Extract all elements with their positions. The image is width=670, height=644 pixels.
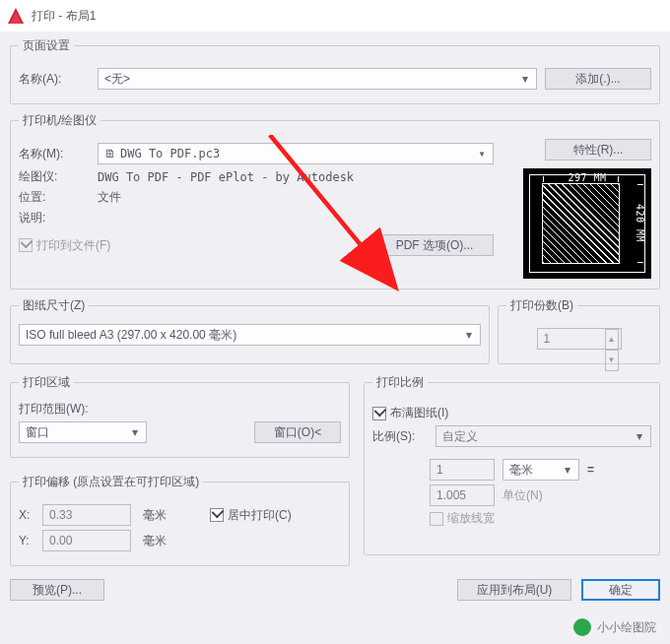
printer-legend: 打印机/绘图仪 <box>19 112 100 129</box>
plot-range-value: 窗口 <box>26 422 49 442</box>
offset-x-input: 0.33 <box>42 504 131 526</box>
offset-group: 打印偏移 (原点设置在可打印区域) X: 0.33 毫米 居中打印(C) <box>10 474 350 566</box>
location-value: 文件 <box>98 189 121 206</box>
plot-range-label: 打印范围(W): <box>19 401 341 418</box>
offset-y-input: 0.00 <box>42 530 131 551</box>
paper-size-value: ISO full bleed A3 (297.00 x 420.00 毫米) <box>26 325 236 345</box>
checkbox-icon <box>372 407 386 420</box>
page-setup-legend: 页面设置 <box>19 37 74 54</box>
printer-name-label: 名称(M): <box>19 146 90 162</box>
scale-legend: 打印比例 <box>372 374 428 391</box>
printer-properties-button[interactable]: 特性(R)... <box>545 139 651 161</box>
center-plot-checkbox[interactable]: 居中打印(C) <box>210 507 292 524</box>
plot-to-file-checkbox: 打印到文件(F) <box>19 237 110 254</box>
pdf-file-icon: 🗎 <box>104 144 116 163</box>
plot-area-legend: 打印区域 <box>19 374 74 391</box>
plot-window-button[interactable]: 窗口(O)< <box>254 421 341 443</box>
chevron-down-icon: ▾ <box>462 328 476 342</box>
chevron-down-icon: ▾ <box>633 429 646 443</box>
spinner-up-icon: ▲ <box>605 329 619 350</box>
scale-ratio-select: 自定义 ▾ <box>436 425 651 447</box>
location-label: 位置: <box>19 189 90 206</box>
apply-to-layout-button[interactable]: 应用到布局(U) <box>457 579 571 601</box>
page-setup-add-button[interactable]: 添加(.)... <box>545 68 651 90</box>
chevron-down-icon: ▾ <box>561 463 574 477</box>
copies-legend: 打印份数(B) <box>506 297 577 314</box>
watermark: 小小绘图院 <box>566 616 664 638</box>
pdf-options-button[interactable]: PDF 选项(O)... <box>375 234 494 256</box>
printer-name-value: DWG To PDF.pc3 <box>120 144 220 163</box>
copies-value: 1 <box>544 329 551 349</box>
app-logo-icon <box>8 8 24 24</box>
offset-y-label: Y: <box>19 534 34 547</box>
page-setup-group: 页面设置 名称(A): <无> ▾ 添加(.)... <box>10 37 660 104</box>
scale-unit-select[interactable]: 毫米 ▾ <box>502 459 579 481</box>
window-title: 打印 - 布局1 <box>32 8 96 25</box>
plot-range-select[interactable]: 窗口 ▾ <box>19 421 147 443</box>
paper-size-legend: 图纸尺寸(Z) <box>19 297 89 314</box>
page-setup-name-select[interactable]: <无> ▾ <box>98 68 537 90</box>
dialog-content: 页面设置 名称(A): <无> ▾ 添加(.)... 打印机/绘图仪 名称(M)… <box>0 32 670 644</box>
scale-numerator-input: 1 <box>430 459 495 481</box>
offset-legend: 打印偏移 (原点设置在可打印区域) <box>19 474 203 490</box>
ok-button[interactable]: 确定 <box>581 579 660 601</box>
offset-y-unit: 毫米 <box>143 533 167 549</box>
description-label: 说明: <box>19 210 90 226</box>
scale-ratio-label: 比例(S): <box>372 428 428 445</box>
plotter-label: 绘图仪: <box>19 168 90 185</box>
printer-group: 打印机/绘图仪 名称(M): 🗎 DWG To PDF.pc3 ▾ 绘图仪: D… <box>10 112 660 290</box>
paper-size-group: 图纸尺寸(Z) ISO full bleed A3 (297.00 x 420.… <box>10 297 490 364</box>
fit-to-paper-checkbox[interactable]: 布满图纸(I) <box>372 405 448 421</box>
plot-dialog: 打印 - 布局1 页面设置 名称(A): <无> ▾ 添加(.)... <box>0 0 670 644</box>
page-setup-name-label: 名称(A): <box>19 71 90 88</box>
scale-lineweights-checkbox: 缩放线宽 <box>430 510 495 527</box>
paper-preview: 297 MM 420 MM <box>523 168 651 279</box>
spinner-down-icon: ▼ <box>605 350 619 371</box>
checkbox-icon <box>19 238 33 252</box>
printer-name-select[interactable]: 🗎 DWG To PDF.pc3 ▾ <box>98 143 494 164</box>
hatch-icon <box>543 184 619 263</box>
copies-group: 打印份数(B) 1 ▲ ▼ <box>498 297 660 364</box>
chevron-down-icon: ▾ <box>518 72 532 86</box>
offset-x-label: X: <box>19 508 34 522</box>
checkbox-icon <box>430 512 443 526</box>
scale-group: 打印比例 布满图纸(I) 比例(S): 自定义 ▾ <box>364 374 660 555</box>
offset-x-unit: 毫米 <box>143 507 167 524</box>
scale-denominator-input: 1.005 <box>430 484 495 506</box>
equals-icon: = <box>587 463 594 477</box>
checkbox-icon <box>210 508 224 522</box>
preview-button[interactable]: 预览(P)... <box>10 579 104 601</box>
paper-size-select[interactable]: ISO full bleed A3 (297.00 x 420.00 毫米) ▾ <box>19 324 481 346</box>
wechat-icon <box>573 618 591 636</box>
copies-spinner: 1 ▲ ▼ <box>537 328 622 350</box>
plotter-value: DWG To PDF - PDF ePlot - by Autodesk <box>98 170 354 184</box>
chevron-down-icon: ▾ <box>128 425 142 439</box>
page-setup-name-value: <无> <box>104 69 130 89</box>
plot-area-group: 打印区域 打印范围(W): 窗口 ▾ 窗口(O)< <box>10 374 350 458</box>
scale-unit-label: 单位(N) <box>502 487 543 504</box>
titlebar: 打印 - 布局1 <box>0 0 670 32</box>
chevron-down-icon: ▾ <box>475 147 489 161</box>
